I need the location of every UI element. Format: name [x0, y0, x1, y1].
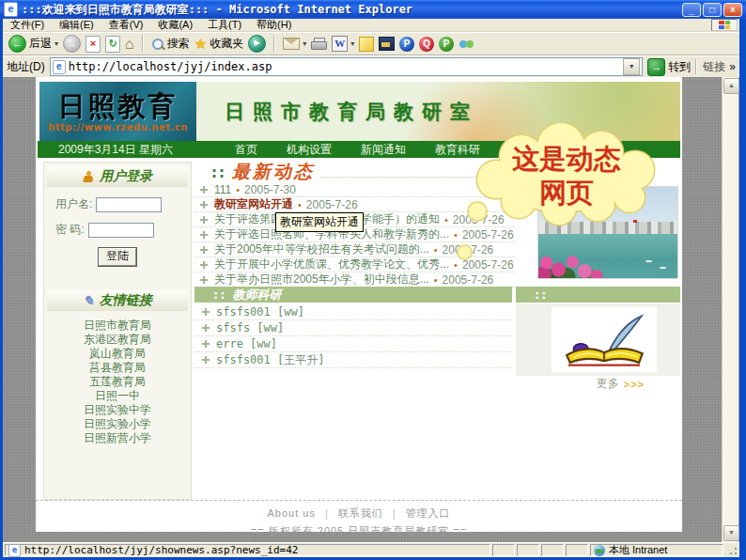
side-link[interactable]: 岚山教育局: [44, 347, 191, 361]
news-link[interactable]: 111: [214, 183, 231, 196]
mail-button[interactable]: ▾: [283, 38, 306, 50]
print-button[interactable]: [311, 38, 327, 50]
plugin-green-button[interactable]: P: [439, 37, 454, 52]
news-link[interactable]: 教研室网站开通: [214, 196, 293, 212]
home-button[interactable]: ⌂: [125, 36, 134, 53]
plugin-red-icon: Q: [419, 37, 434, 52]
menu-item[interactable]: 文件(F): [10, 18, 44, 32]
footer-link[interactable]: 联系我们: [338, 507, 383, 519]
search-button[interactable]: 搜索: [151, 36, 190, 52]
side-link[interactable]: 日照实验中学: [44, 403, 191, 417]
movie-button[interactable]: [379, 37, 395, 51]
footer-link[interactable]: About us: [268, 507, 316, 519]
more-label[interactable]: 更多: [597, 376, 619, 392]
back-button[interactable]: ← 后退 ▾: [8, 35, 58, 53]
news-link[interactable]: 关于举办日照市2005年小学、初中段信息...: [214, 272, 429, 288]
research-link[interactable]: sfsfs [ww]: [216, 321, 284, 334]
links-chevron-icon[interactable]: »: [729, 60, 736, 73]
plus-icon: [200, 261, 208, 269]
favorites-button[interactable]: ★ 收藏夹: [194, 36, 243, 53]
side-link[interactable]: 东港区教育局: [44, 333, 191, 347]
side-link[interactable]: 日照新营小学: [44, 431, 191, 445]
menu-item[interactable]: 工具(T): [208, 18, 241, 32]
more-arrows-icon: >>>: [624, 379, 645, 390]
footer-link[interactable]: 管理入口: [405, 507, 450, 519]
word-dropdown-icon[interactable]: ▾: [350, 39, 354, 48]
news-bullet-icon: •: [454, 229, 458, 241]
ie-page-icon: e: [4, 2, 18, 17]
side-link[interactable]: 日照一中: [44, 389, 191, 403]
navbar-date: 2009年3月14日 星期六: [58, 142, 197, 158]
scroll-down-button[interactable]: ▼: [723, 525, 739, 541]
research-link[interactable]: sfsfs001 [王平升]: [216, 352, 324, 368]
edit-with-word-button[interactable]: W ▾: [332, 36, 354, 52]
back-dropdown-icon[interactable]: ▾: [54, 39, 58, 48]
minimize-button[interactable]: _: [682, 3, 701, 17]
window-titlebar[interactable]: e :::欢迎来到日照市教育局教研室::: - Microsoft Intern…: [0, 0, 746, 19]
links-label: 链接: [703, 59, 725, 75]
word-icon: W: [332, 36, 348, 52]
links-toolbar[interactable]: 链接 »: [695, 59, 736, 75]
login-title: 用户登录: [100, 168, 152, 185]
messenger-buddies-icon: [458, 38, 475, 51]
status-panel: [566, 544, 588, 556]
status-panel: [517, 544, 539, 556]
plugin-red-button[interactable]: Q: [419, 37, 434, 52]
side-link[interactable]: 莒县教育局: [44, 361, 191, 375]
plus-icon: [200, 246, 208, 254]
maximize-button[interactable]: □: [703, 3, 722, 17]
login-button[interactable]: 登陆: [99, 248, 136, 266]
research-title: 教师科研: [232, 287, 281, 303]
resize-grip[interactable]: [726, 544, 738, 556]
password-input[interactable]: [88, 223, 154, 238]
news-list: 111•2005-7-30教研室网站开通•2005-7-26关于评选第四批骨干教…: [194, 182, 515, 288]
forward-button[interactable]: →: [63, 35, 81, 53]
plus-icon: [200, 186, 208, 194]
research-link[interactable]: erre [ww]: [216, 337, 277, 350]
menu-item[interactable]: 查看(V): [109, 18, 144, 32]
refresh-button[interactable]: ↻: [105, 36, 120, 53]
side-link[interactable]: 五莲教育局: [44, 375, 191, 389]
messenger-button[interactable]: [458, 38, 475, 51]
address-ie-icon: e: [53, 60, 66, 74]
address-field[interactable]: e ▾: [50, 57, 644, 76]
stop-button[interactable]: ×: [85, 36, 101, 53]
menu-item[interactable]: 编辑(E): [59, 18, 94, 32]
footer-links: About us｜联系我们｜管理入口: [36, 506, 682, 521]
media-button[interactable]: ▶: [248, 35, 266, 53]
site-logo[interactable]: 日照教育 http://www.rzedu.net.cn: [39, 82, 196, 141]
zone-label: 本地 Intranet: [609, 543, 667, 557]
printer-icon: [311, 38, 327, 50]
news-link[interactable]: 关于开展中小学优质课、优秀教学论文、优秀...: [214, 257, 449, 272]
side-link[interactable]: 日照市教育局: [44, 319, 191, 333]
nav-item[interactable]: 机构设置: [287, 142, 332, 158]
nav-item[interactable]: 新闻通知: [361, 142, 406, 158]
menu-item[interactable]: 帮助(H): [256, 18, 291, 32]
plugin-blue-button[interactable]: P: [399, 37, 414, 52]
news-date: 2005-7-26: [443, 273, 494, 287]
go-button[interactable]: → 转到: [647, 58, 691, 76]
notes-button[interactable]: [359, 37, 374, 52]
callout-trail-circle: [457, 244, 473, 260]
address-input[interactable]: [69, 60, 621, 73]
vertical-scrollbar[interactable]: ▲ ▼: [722, 77, 738, 542]
callout-text: 这是动态 网页: [470, 142, 663, 210]
logo-title: 日照教育: [58, 90, 179, 122]
footer-separator: ｜: [389, 507, 400, 519]
note-icon: [359, 37, 374, 52]
close-button[interactable]: ×: [723, 3, 742, 17]
research-link[interactable]: sfsfs001 [ww]: [216, 305, 304, 319]
address-dropdown-icon[interactable]: ▾: [623, 58, 640, 75]
menu-item[interactable]: 收藏(A): [158, 18, 193, 32]
toolbar: ← 后退 ▾ → × ↻ ⌂ 搜索 ★ 收藏夹 ▶ ▾ W ▾ P: [3, 32, 739, 55]
nav-item[interactable]: 首页: [235, 142, 257, 158]
scroll-up-button[interactable]: ▲: [723, 78, 739, 94]
news-bullet-icon: •: [236, 184, 240, 195]
news-bullet-icon: •: [434, 244, 438, 256]
right-section-more[interactable]: 更多 >>>: [516, 376, 680, 392]
side-link[interactable]: 日照实验小学: [44, 417, 191, 431]
mail-dropdown-icon[interactable]: ▾: [303, 39, 306, 48]
username-input[interactable]: [96, 197, 162, 212]
friendly-links-header: ✎ 友情链接: [47, 290, 188, 311]
news-link[interactable]: 关于2005年中等学校招生有关考试问题的...: [214, 241, 429, 257]
